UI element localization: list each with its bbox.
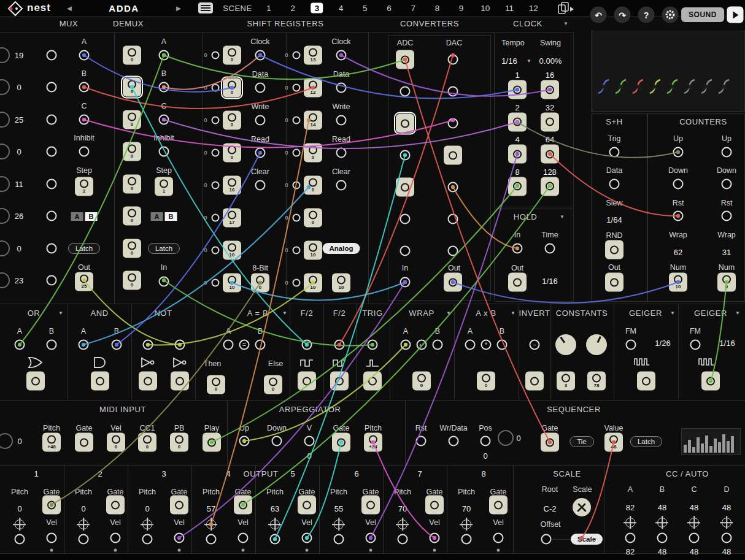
dac-port[interactable]: [448, 55, 458, 65]
clock-division-jack[interactable]: [541, 112, 559, 131]
adc-port[interactable]: [400, 86, 411, 97]
sr1-write-port[interactable]: [255, 115, 266, 126]
seq-pos-port[interactable]: [481, 436, 491, 447]
cc-out-port[interactable]: [689, 533, 700, 543]
hold-out-jack[interactable]: [508, 273, 527, 292]
adc-jack[interactable]: [396, 178, 414, 197]
and-b-port[interactable]: [112, 340, 122, 350]
output-pitch-cv-port[interactable]: [142, 520, 152, 529]
or-b-port[interactable]: [47, 340, 57, 350]
mux-latch-button[interactable]: Latch: [68, 243, 100, 254]
cc-cv-port[interactable]: [625, 518, 635, 527]
dac-port[interactable]: [448, 118, 458, 129]
sr1-cell-jack[interactable]: 0: [223, 111, 241, 130]
constant-out-jack[interactable]: 78: [587, 372, 606, 391]
midi-pb-jack[interactable]: 0: [170, 433, 188, 452]
output-port[interactable]: [461, 534, 472, 545]
geiger2-fm-port[interactable]: [690, 340, 701, 350]
output-vel-port[interactable]: [430, 533, 440, 543]
hold-in-port[interactable]: [512, 244, 523, 254]
demux-ab-toggle[interactable]: AB: [151, 212, 177, 221]
geiger1-rate-value[interactable]: 1/26: [655, 339, 670, 348]
adc-in-port[interactable]: [400, 277, 411, 288]
output-pitch-cv-port[interactable]: [79, 520, 88, 529]
geiger2-rate-value[interactable]: 1/16: [719, 339, 735, 348]
mux-input-a-port[interactable]: [79, 50, 90, 61]
constant-out-jack[interactable]: 3: [557, 372, 575, 391]
wrap-out-jack[interactable]: 0: [412, 372, 431, 391]
dropdown-arrow-icon[interactable]: ▼: [58, 310, 63, 316]
trig-out-jack[interactable]: [363, 372, 382, 391]
output-gate-jack[interactable]: [234, 496, 252, 515]
adc-port[interactable]: [400, 150, 411, 161]
sr1-clear-port[interactable]: [255, 180, 266, 191]
scene-button-2[interactable]: 2: [287, 3, 299, 13]
seq-tie-button[interactable]: Tie: [569, 436, 594, 447]
output-vel-port[interactable]: [238, 533, 249, 543]
mux-row-port[interactable]: [47, 115, 57, 125]
geiger1-out-jack[interactable]: [637, 372, 655, 391]
undo-button[interactable]: ↶: [590, 7, 607, 23]
seq-rst-port[interactable]: [416, 436, 427, 447]
or-a-port[interactable]: [15, 340, 25, 350]
dropdown-arrow-icon[interactable]: ▼: [446, 310, 451, 316]
demux-in-port[interactable]: [159, 277, 169, 287]
sr2-cell-jack[interactable]: 0: [304, 144, 322, 163]
sr1-cell-jack[interactable]: 0: [223, 46, 241, 65]
demux-input-a-port[interactable]: [159, 50, 169, 61]
sr2-cell-jack[interactable]: 10: [304, 241, 322, 260]
output-port[interactable]: [206, 534, 217, 545]
mux-input-b-port[interactable]: [79, 82, 90, 93]
axb-b-port[interactable]: [497, 340, 508, 350]
midi-gate-jack[interactable]: [75, 433, 93, 452]
output-pitch-cv-port[interactable]: [334, 520, 344, 529]
counter1-rst-port[interactable]: [673, 211, 684, 221]
constant-knob[interactable]: [586, 334, 607, 355]
not-out-jack[interactable]: [139, 372, 157, 391]
f2b-out-jack[interactable]: [330, 372, 349, 391]
dac-port[interactable]: [448, 86, 458, 97]
clock-swing-value[interactable]: 0.00%: [539, 56, 562, 66]
output-gate-jack[interactable]: [489, 496, 508, 515]
wire-editor-wire-icon[interactable]: [700, 77, 714, 96]
mux-dial[interactable]: [0, 79, 10, 95]
output-pitch-cv-port[interactable]: [15, 520, 25, 529]
output-pitch-cv-port[interactable]: [461, 520, 471, 529]
tempo-dropdown-arrow-icon[interactable]: ▼: [527, 58, 531, 64]
mux-dial[interactable]: [0, 144, 10, 159]
sr2-row-port[interactable]: [293, 279, 301, 287]
geiger1-fm-port[interactable]: [626, 340, 636, 350]
arp-v-port[interactable]: [304, 436, 315, 447]
demux-latch-button[interactable]: Latch: [148, 243, 180, 254]
trig-in-port[interactable]: [368, 340, 378, 350]
sr1-cell-jack[interactable]: 16: [223, 176, 241, 195]
sr2-row-port[interactable]: [293, 247, 301, 255]
constant-knob[interactable]: [555, 334, 576, 355]
sr1-cell-jack[interactable]: 17: [223, 209, 241, 228]
sr2-cell-jack[interactable]: 0: [304, 209, 322, 228]
scene-button-9[interactable]: 9: [455, 3, 468, 13]
sr2-clock-port[interactable]: [336, 50, 347, 61]
sr2-cell-jack[interactable]: 14: [304, 111, 322, 130]
sh-rnd-jack[interactable]: [605, 240, 623, 259]
arp-up-port[interactable]: [239, 436, 250, 447]
sh-out-jack[interactable]: [605, 273, 623, 292]
scene-button-8[interactable]: 8: [431, 3, 444, 13]
mux-step-jack[interactable]: 2: [75, 177, 93, 196]
sr2-cell-jack[interactable]: 10: [304, 274, 322, 293]
counter1-down-port[interactable]: [673, 179, 684, 190]
wire-editor-wire-icon[interactable]: [631, 77, 646, 96]
seq-dial[interactable]: [498, 430, 514, 446]
scene-button-10[interactable]: 10: [477, 3, 493, 13]
scene-button-1[interactable]: 1: [263, 3, 275, 13]
cc-out-port[interactable]: [722, 533, 732, 543]
scene-button-11[interactable]: 11: [501, 3, 517, 13]
output-gate-jack[interactable]: [298, 496, 316, 515]
sound-button[interactable]: SOUND: [681, 7, 724, 22]
demux-cell-jack[interactable]: 0: [123, 110, 141, 129]
not-in-port[interactable]: [143, 340, 153, 350]
help-button[interactable]: ?: [638, 7, 655, 23]
mux-dial[interactable]: [0, 208, 10, 224]
midi-vel-jack[interactable]: 0: [107, 433, 125, 452]
output-vel-port[interactable]: [302, 533, 312, 543]
